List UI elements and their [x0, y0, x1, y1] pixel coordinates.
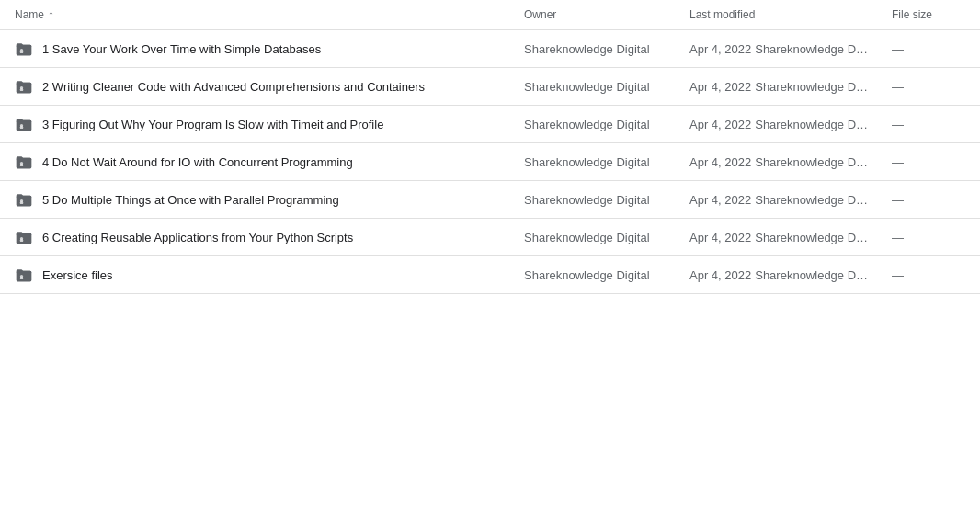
- row-owner-cell: Shareknowledge Digital: [524, 268, 689, 282]
- modified-person: Shareknowledge D…: [755, 268, 868, 282]
- svg-rect-9: [17, 158, 32, 169]
- table-row[interactable]: Exersice files Shareknowledge Digital Ap…: [0, 256, 980, 294]
- row-name-cell: 6 Creating Reusable Applications from Yo…: [15, 228, 524, 246]
- row-filesize-cell: —: [892, 80, 965, 94]
- svg-rect-18: [17, 271, 32, 282]
- row-label: 3 Figuring Out Why Your Program Is Slow …: [42, 118, 383, 131]
- svg-rect-5: [20, 89, 23, 92]
- svg-rect-3: [17, 83, 32, 94]
- row-name-cell: 2 Writing Cleaner Code with Advanced Com…: [15, 77, 524, 96]
- table-row[interactable]: 4 Do Not Wait Around for IO with Concurr…: [0, 143, 980, 181]
- row-owner-cell: Shareknowledge Digital: [524, 42, 689, 56]
- folder-icon: [15, 228, 33, 246]
- folder-icon: [15, 40, 33, 58]
- row-modified-cell: Apr 4, 2022 Shareknowledge D…: [689, 42, 892, 56]
- row-filesize-cell: —: [892, 118, 965, 131]
- row-name-cell: Exersice files: [15, 266, 524, 284]
- row-label: 4 Do Not Wait Around for IO with Concurr…: [42, 155, 353, 169]
- svg-rect-17: [20, 240, 23, 243]
- row-owner-cell: Shareknowledge Digital: [524, 118, 689, 131]
- rows-container: 1 Save Your Work Over Time with Simple D…: [0, 30, 980, 294]
- row-owner-cell: Shareknowledge Digital: [524, 193, 689, 207]
- svg-rect-8: [20, 127, 23, 130]
- row-filesize-cell: —: [892, 231, 965, 244]
- svg-rect-20: [20, 278, 23, 280]
- row-modified-cell: Apr 4, 2022 Shareknowledge D…: [689, 155, 892, 169]
- row-filesize-cell: —: [892, 268, 965, 282]
- row-name-cell: 1 Save Your Work Over Time with Simple D…: [15, 40, 524, 58]
- modified-date: Apr 4, 2022: [689, 42, 751, 56]
- modified-person: Shareknowledge D…: [755, 42, 868, 56]
- svg-rect-12: [17, 196, 32, 207]
- row-modified-cell: Apr 4, 2022 Shareknowledge D…: [689, 193, 892, 207]
- modified-date: Apr 4, 2022: [689, 231, 751, 244]
- sort-arrow-icon: ↑: [48, 7, 54, 22]
- svg-rect-6: [17, 120, 32, 131]
- modified-column-header: Last modified: [689, 8, 892, 21]
- modified-date: Apr 4, 2022: [689, 80, 751, 94]
- modified-person: Shareknowledge D…: [755, 193, 868, 207]
- name-header-label: Name: [15, 8, 44, 21]
- modified-person: Shareknowledge D…: [755, 155, 868, 169]
- row-filesize-cell: —: [892, 155, 965, 169]
- folder-icon: [15, 153, 33, 171]
- row-modified-cell: Apr 4, 2022 Shareknowledge D…: [689, 268, 892, 282]
- table-row[interactable]: 1 Save Your Work Over Time with Simple D…: [0, 30, 980, 68]
- modified-person: Shareknowledge D…: [755, 80, 868, 94]
- row-label: Exersice files: [42, 268, 113, 282]
- table-header: Name ↑ Owner Last modified File size: [0, 0, 980, 30]
- row-label: 1 Save Your Work Over Time with Simple D…: [42, 42, 321, 56]
- table-row[interactable]: 5 Do Multiple Things at Once with Parall…: [0, 181, 980, 219]
- svg-rect-14: [20, 202, 23, 205]
- modified-date: Apr 4, 2022: [689, 193, 751, 207]
- folder-icon: [15, 190, 33, 209]
- row-name-cell: 4 Do Not Wait Around for IO with Concurr…: [15, 153, 524, 171]
- modified-person: Shareknowledge D…: [755, 118, 868, 131]
- row-owner-cell: Shareknowledge Digital: [524, 231, 689, 244]
- row-label: 5 Do Multiple Things at Once with Parall…: [42, 193, 339, 207]
- table-row[interactable]: 6 Creating Reusable Applications from Yo…: [0, 219, 980, 256]
- row-owner-cell: Shareknowledge Digital: [524, 80, 689, 94]
- table-row[interactable]: 2 Writing Cleaner Code with Advanced Com…: [0, 68, 980, 106]
- row-name-cell: 5 Do Multiple Things at Once with Parall…: [15, 190, 524, 209]
- row-modified-cell: Apr 4, 2022 Shareknowledge D…: [689, 80, 892, 94]
- modified-date: Apr 4, 2022: [689, 118, 751, 131]
- row-label: 2 Writing Cleaner Code with Advanced Com…: [42, 80, 425, 94]
- modified-date: Apr 4, 2022: [689, 268, 751, 282]
- svg-rect-2: [20, 51, 23, 54]
- row-owner-cell: Shareknowledge Digital: [524, 155, 689, 169]
- row-name-cell: 3 Figuring Out Why Your Program Is Slow …: [15, 115, 524, 133]
- file-table: Name ↑ Owner Last modified File size 1 S…: [0, 0, 980, 511]
- table-row[interactable]: 3 Figuring Out Why Your Program Is Slow …: [0, 106, 980, 143]
- filesize-column-header: File size: [892, 8, 965, 21]
- row-modified-cell: Apr 4, 2022 Shareknowledge D…: [689, 231, 892, 244]
- folder-icon: [15, 266, 33, 284]
- row-modified-cell: Apr 4, 2022 Shareknowledge D…: [689, 118, 892, 131]
- svg-rect-11: [20, 165, 23, 167]
- row-filesize-cell: —: [892, 42, 965, 56]
- folder-icon: [15, 77, 33, 96]
- row-label: 6 Creating Reusable Applications from Yo…: [42, 231, 353, 244]
- name-column-header[interactable]: Name ↑: [15, 7, 524, 22]
- modified-date: Apr 4, 2022: [689, 155, 751, 169]
- row-filesize-cell: —: [892, 193, 965, 207]
- modified-person: Shareknowledge D…: [755, 231, 868, 244]
- folder-icon: [15, 115, 33, 133]
- owner-column-header: Owner: [524, 8, 689, 21]
- svg-rect-15: [17, 233, 32, 244]
- svg-rect-0: [17, 45, 32, 56]
